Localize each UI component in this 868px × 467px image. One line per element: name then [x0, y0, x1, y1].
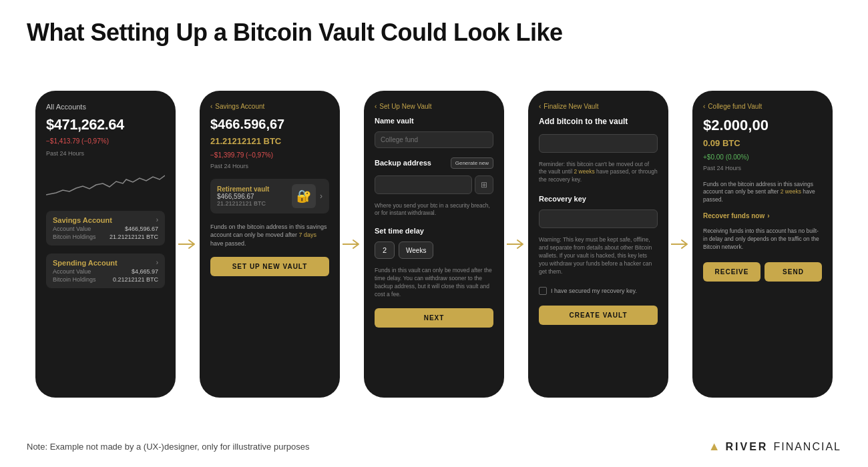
- s5-back-label: College fund Vault: [708, 103, 762, 110]
- savings-value: $466,596.67: [125, 225, 158, 232]
- receive-send-buttons: RECEIVE SEND: [703, 262, 822, 282]
- savings-holdings: 21.21212121 BTC: [110, 234, 158, 240]
- create-vault-button[interactable]: CREATE VAULT: [539, 306, 658, 325]
- spending-name: Spending Account: [53, 259, 118, 267]
- page-container: What Setting Up a Bitcoin Vault Could Lo…: [0, 0, 868, 467]
- setup-vault-button[interactable]: SET UP NEW VAULT: [210, 257, 329, 276]
- vault-btc: 21.21212121 BTC: [217, 200, 292, 207]
- backup-hint: Where you send your btc in a security br…: [375, 202, 493, 218]
- s5-change: +$0.00 (0.00%): [703, 153, 822, 161]
- s2-change: −$1,399.79 (−0,97%): [210, 151, 329, 159]
- s2-total: $466.596,67: [210, 117, 329, 132]
- retirement-vault-card[interactable]: Retirement vault $466,596.67 21.21212121…: [210, 179, 329, 213]
- spending-value: $4,665.97: [132, 268, 158, 275]
- spending-account-item[interactable]: Spending Account › Account Value $4,665.…: [46, 254, 165, 288]
- vault-name: Retirement vault: [217, 185, 292, 193]
- spending-holdings: 0.21212121 BTC: [113, 276, 158, 283]
- river-brand: ▲ RIVER FINANCIAL: [708, 440, 841, 454]
- recovery-key-label: Recovery key: [539, 195, 658, 203]
- delay-label: Set time delay: [375, 227, 493, 235]
- back-chevron-icon-3: ‹: [375, 103, 377, 110]
- page-title: What Setting Up a Bitcoin Vault Could Lo…: [27, 19, 841, 47]
- secured-checkbox-row[interactable]: I have secured my recovery key.: [539, 287, 658, 295]
- s5-back-nav[interactable]: ‹ College fund Vault: [703, 103, 822, 110]
- s5-btc: 0.09 BTC: [703, 138, 822, 148]
- back-chevron-icon-5: ‹: [703, 103, 705, 110]
- phone-4: ‹ Finalize New Vault Add bitcoin to the …: [528, 91, 668, 398]
- recover-funds-link[interactable]: Recover funds now ›: [703, 212, 822, 219]
- arrow-1: [176, 238, 200, 251]
- savings-chevron: ›: [156, 216, 158, 223]
- phone-2: ‹ Savings Account $466.596,67 21.2121212…: [200, 91, 340, 398]
- checkbox-label: I have secured my recovery key.: [551, 288, 637, 294]
- generate-new-button[interactable]: Generate new: [451, 157, 493, 169]
- name-vault-label: Name vault: [375, 117, 493, 125]
- spending-holdings-label: Bitcoin Holdings: [53, 276, 96, 283]
- river-brand-sub: FINANCIAL: [773, 441, 841, 453]
- s3-back-label: Set Up New Vault: [379, 103, 431, 110]
- savings-name: Savings Account: [53, 216, 112, 224]
- s4-back-nav[interactable]: ‹ Finalize New Vault: [539, 103, 658, 110]
- phone-3: ‹ Set Up New Vault Name vault Backup add…: [364, 91, 504, 398]
- s4-back-label: Finalize New Vault: [544, 103, 598, 110]
- phone-1: All Accounts $471,262.64 −$1,413.79 (−0,…: [35, 91, 176, 398]
- bitcoin-amount-input[interactable]: [539, 134, 658, 153]
- next-button[interactable]: NEXT: [375, 308, 493, 328]
- s5-receive-desc: Receiving funds into this account has no…: [703, 227, 822, 252]
- river-logo-icon: ▲: [708, 440, 720, 454]
- s4-reminder: Reminder: this bitcoin can't be moved ou…: [539, 161, 658, 185]
- s4-warning: Warning: This key must be kept safe, off…: [539, 236, 658, 276]
- chart-area: [46, 165, 165, 201]
- spending-chevron: ›: [156, 259, 158, 266]
- s5-total: $2.000,00: [703, 117, 822, 134]
- s2-period: Past 24 Hours: [210, 163, 329, 169]
- vault-chevron-icon: ›: [320, 191, 322, 201]
- s2-back-label: Savings Account: [215, 103, 264, 110]
- delay-hint: Funds in this vault can only be moved af…: [375, 267, 493, 299]
- back-chevron-icon: ‹: [210, 103, 212, 110]
- qr-icon[interactable]: ⊞: [475, 175, 493, 194]
- backup-label: Backup address: [375, 159, 431, 167]
- arrow-2: [340, 238, 364, 251]
- s1-total: $471,262.64: [46, 116, 165, 133]
- arrow-3: [504, 238, 528, 251]
- savings-value-label: Account Value: [53, 225, 91, 232]
- river-brand-name: RIVER: [726, 441, 769, 453]
- s3-back-nav[interactable]: ‹ Set Up New Vault: [375, 103, 493, 110]
- vault-icon: 🔐: [292, 184, 316, 208]
- phones-row: All Accounts $471,262.64 −$1,413.79 (−0,…: [27, 61, 841, 426]
- s2-desc: Funds on the bitcoin address in this sav…: [210, 223, 329, 248]
- footer-note: Note: Example not made by a (UX-)designe…: [27, 442, 309, 452]
- s1-header: All Accounts: [46, 103, 165, 111]
- backup-address-input[interactable]: [375, 175, 472, 194]
- s5-desc: Funds on the bitcoin address in this sav…: [703, 181, 822, 205]
- s1-change: −$1,413.79 (−0,97%): [46, 137, 165, 145]
- recovery-key-input[interactable]: [539, 209, 658, 228]
- secured-checkbox[interactable]: [539, 287, 547, 295]
- s2-btc: 21.21212121 BTC: [210, 136, 329, 146]
- add-bitcoin-label: Add bitcoin to the vault: [539, 117, 658, 126]
- name-vault-input[interactable]: [375, 131, 493, 148]
- savings-holdings-label: Bitcoin Holdings: [53, 234, 96, 240]
- delay-number[interactable]: 2: [375, 242, 395, 259]
- send-button[interactable]: SEND: [765, 262, 822, 282]
- vault-val: $466,596.67: [217, 193, 292, 200]
- arrow-4: [668, 238, 692, 251]
- s2-back-nav[interactable]: ‹ Savings Account: [210, 103, 329, 110]
- spending-value-label: Account Value: [53, 268, 91, 275]
- back-chevron-icon-4: ‹: [539, 103, 541, 110]
- receive-button[interactable]: RECEIVE: [703, 262, 761, 282]
- savings-account-item[interactable]: Savings Account › Account Value $466,596…: [46, 211, 165, 246]
- delay-unit[interactable]: Weeks: [399, 242, 433, 259]
- phone-5: ‹ College fund Vault $2.000,00 0.09 BTC …: [692, 91, 833, 398]
- recover-chevron-icon: ›: [767, 212, 769, 219]
- s5-period: Past 24 Hours: [703, 165, 822, 171]
- s1-period: Past 24 Hours: [46, 150, 165, 157]
- footer: Note: Example not made by a (UX-)designe…: [27, 436, 841, 454]
